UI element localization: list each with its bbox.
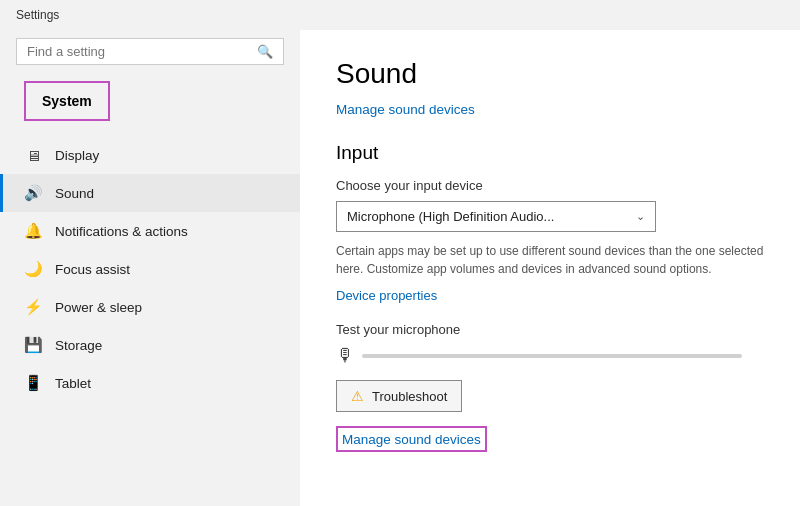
system-nav-item[interactable]: System — [24, 81, 110, 121]
sidebar-item-label: Sound — [55, 186, 94, 201]
sidebar-item-label: Tablet — [55, 376, 91, 391]
notifications-icon: 🔔 — [23, 222, 43, 240]
input-device-select[interactable]: Microphone (High Definition Audio... ⌄ — [336, 201, 656, 232]
sidebar-item-focus[interactable]: 🌙 Focus assist — [0, 250, 300, 288]
power-icon: ⚡ — [23, 298, 43, 316]
title-bar-text: Settings — [16, 8, 59, 22]
manage-sound-devices-top-link[interactable]: Manage sound devices — [336, 102, 475, 117]
search-input[interactable] — [27, 44, 257, 59]
warning-icon: ⚠ — [351, 388, 364, 404]
manage-sound-devices-bottom-box: Manage sound devices — [336, 426, 487, 452]
input-section-title: Input — [336, 142, 764, 164]
storage-icon: 💾 — [23, 336, 43, 354]
troubleshoot-label: Troubleshoot — [372, 389, 447, 404]
title-bar: Settings — [0, 0, 800, 30]
microphone-icon: 🎙 — [336, 345, 354, 366]
tablet-icon: 📱 — [23, 374, 43, 392]
mic-level-bar — [362, 354, 742, 358]
input-device-label: Choose your input device — [336, 178, 764, 193]
troubleshoot-button[interactable]: ⚠ Troubleshoot — [336, 380, 462, 412]
sidebar-item-notifications[interactable]: 🔔 Notifications & actions — [0, 212, 300, 250]
sidebar-item-storage[interactable]: 💾 Storage — [0, 326, 300, 364]
sidebar-item-tablet[interactable]: 📱 Tablet — [0, 364, 300, 402]
chevron-down-icon: ⌄ — [636, 210, 645, 223]
sidebar-item-label: Power & sleep — [55, 300, 142, 315]
mic-row: 🎙 — [336, 345, 764, 366]
sidebar-nav: 🖥 Display 🔊 Sound 🔔 Notifications & acti… — [0, 137, 300, 402]
sidebar-item-label: Display — [55, 148, 99, 163]
sidebar-item-display[interactable]: 🖥 Display — [0, 137, 300, 174]
test-mic-label: Test your microphone — [336, 322, 764, 337]
sidebar-item-sound[interactable]: 🔊 Sound — [0, 174, 300, 212]
display-icon: 🖥 — [23, 147, 43, 164]
sound-icon: 🔊 — [23, 184, 43, 202]
device-properties-link[interactable]: Device properties — [336, 288, 437, 303]
search-box[interactable]: 🔍 — [16, 38, 284, 65]
focus-icon: 🌙 — [23, 260, 43, 278]
sidebar-item-label: Focus assist — [55, 262, 130, 277]
sidebar: 🔍 System 🖥 Display 🔊 Sound 🔔 Notificatio… — [0, 30, 300, 506]
page-title: Sound — [336, 58, 764, 90]
sidebar-item-power[interactable]: ⚡ Power & sleep — [0, 288, 300, 326]
system-label: System — [42, 93, 92, 109]
search-icon: 🔍 — [257, 44, 273, 59]
input-device-value: Microphone (High Definition Audio... — [347, 209, 554, 224]
sidebar-item-label: Storage — [55, 338, 102, 353]
input-description: Certain apps may be set up to use differ… — [336, 242, 764, 278]
main-content: Sound Manage sound devices Input Choose … — [300, 30, 800, 506]
sidebar-item-label: Notifications & actions — [55, 224, 188, 239]
manage-sound-devices-bottom-link[interactable]: Manage sound devices — [342, 432, 481, 447]
